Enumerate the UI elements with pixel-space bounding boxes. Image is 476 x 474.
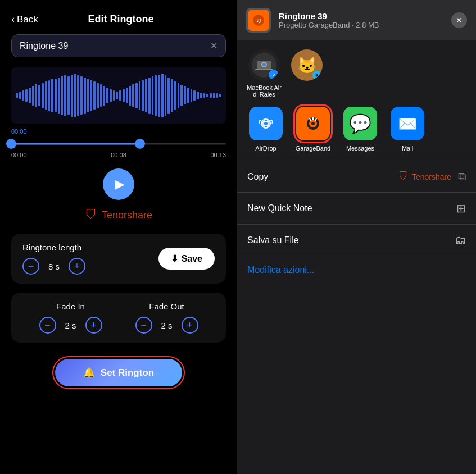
garageband-app-icon xyxy=(296,107,330,140)
waveform-bar xyxy=(213,93,215,98)
time-labels: 00:00 00:08 00:13 xyxy=(11,152,226,158)
nav-bar: ‹ Back Edit Ringtone xyxy=(11,13,226,25)
waveform-bar xyxy=(203,93,206,98)
save-button[interactable]: ⬇ Save xyxy=(158,248,215,270)
waveform-bar xyxy=(61,76,64,115)
fade-out-decrement-button[interactable]: − xyxy=(135,317,152,334)
airdrop-icon xyxy=(256,114,275,133)
waveform-bar xyxy=(184,86,186,104)
ringtone-name-input[interactable] xyxy=(20,41,210,51)
right-panel: ♫ Ringtone 39 Progetto GarageBand · 2,8 … xyxy=(237,0,476,474)
share-title: Ringtone 39 xyxy=(279,11,443,21)
tenorshare-brand-name: Tenorshare xyxy=(412,172,451,181)
waveform-bar xyxy=(132,84,134,107)
share-thumbnail: ♫ xyxy=(246,8,271,33)
svg-point-7 xyxy=(262,63,266,66)
save-files-action-row[interactable]: Salva su File 🗂 xyxy=(237,225,476,256)
app-mail[interactable]: ✉️ Mail xyxy=(388,107,427,152)
waveform-bar xyxy=(197,92,199,99)
waveform-bar xyxy=(123,89,125,102)
waveform-bar xyxy=(80,76,83,115)
waveform-bar xyxy=(180,85,183,106)
length-label: Ringtone length xyxy=(22,243,85,252)
waveform-bar xyxy=(77,75,79,116)
contact-macbook-name: MacBook Air di Rales xyxy=(246,84,282,98)
length-increment-button[interactable]: + xyxy=(69,258,85,275)
left-panel: ‹ Back Edit Ringtone ✕ 00:00 00:00 00:08… xyxy=(0,0,237,474)
back-chevron-icon: ‹ xyxy=(11,13,15,25)
left-controls: Ringtone length − 8 s + xyxy=(22,243,85,275)
waveform-bar xyxy=(22,90,25,101)
play-icon: ▶ xyxy=(115,177,125,192)
fade-out-increment-button[interactable]: + xyxy=(182,317,198,334)
app-airdrop[interactable]: AirDrop xyxy=(246,107,285,152)
set-ringtone-outer-border: 🔔 Set Rington xyxy=(52,356,185,389)
waveform-bar xyxy=(178,83,180,108)
waveform-bar xyxy=(84,78,86,114)
fade-in-counter: − 2 s + xyxy=(39,317,102,334)
fade-in-increment-button[interactable]: + xyxy=(85,317,102,334)
tenorshare-brand-icon: ⛉ xyxy=(398,171,409,183)
length-value: 8 s xyxy=(46,262,62,271)
length-decrement-button[interactable]: − xyxy=(22,258,39,275)
copy-action-row[interactable]: Copy ⛉ Tenorshare ⧉ xyxy=(237,161,476,192)
fade-in-col: Fade In − 2 s + xyxy=(39,302,102,334)
waveform-bar xyxy=(155,75,157,116)
quick-note-icon: ⊞ xyxy=(456,202,466,215)
back-button[interactable]: ‹ Back xyxy=(11,13,38,25)
fade-out-value: 2 s xyxy=(159,321,175,330)
fade-out-col: Fade Out − 2 s + xyxy=(135,302,198,334)
fade-out-label: Fade Out xyxy=(149,302,184,311)
contact-cat-avatar: 🐱 ✈ xyxy=(291,49,323,81)
slider-thumb-right[interactable] xyxy=(135,139,145,149)
waveform-bar xyxy=(193,90,196,101)
waveform-bar xyxy=(100,84,102,107)
time-start-label: 00:00 xyxy=(11,128,226,135)
length-counter-row: − 8 s + xyxy=(22,258,85,275)
waveform-container xyxy=(11,67,226,124)
waveform-bar xyxy=(74,74,76,117)
waveform-bar xyxy=(135,83,138,108)
app-messages[interactable]: 💬 Messages xyxy=(341,107,380,152)
contacts-row: ↗ MacBook Air di Rales 🐱 ✈ xyxy=(237,40,476,102)
brand-name-label: Tenorshare xyxy=(102,209,152,221)
fade-in-decrement-button[interactable]: − xyxy=(39,317,56,334)
app-garageband[interactable]: GarageBand xyxy=(293,107,333,152)
fade-out-counter: − 2 s + xyxy=(135,317,198,334)
waveform-bar xyxy=(187,88,189,103)
waveform-bar xyxy=(51,79,53,112)
timeline-slider[interactable] xyxy=(11,138,226,149)
quick-note-label: New Quick Note xyxy=(247,203,450,213)
quick-note-action-row[interactable]: New Quick Note ⊞ xyxy=(237,193,476,224)
waveform-bar xyxy=(174,81,176,110)
contact-macbook[interactable]: ↗ MacBook Air di Rales xyxy=(246,49,282,98)
messages-label: Messages xyxy=(346,145,374,152)
close-share-button[interactable]: ✕ xyxy=(451,12,467,28)
length-row: Ringtone length − 8 s + ⬇ Save xyxy=(22,243,215,275)
waveform-bar xyxy=(119,90,121,101)
svg-text:♫: ♫ xyxy=(256,16,262,25)
waveform-bar xyxy=(48,80,51,111)
play-button[interactable]: ▶ xyxy=(103,168,134,200)
waveform-bar xyxy=(71,75,73,117)
close-icon: ✕ xyxy=(456,16,463,25)
waveform-bar xyxy=(97,83,99,108)
share-info: Ringtone 39 Progetto GarageBand · 2,8 MB xyxy=(279,11,443,29)
set-ringtone-label: Set Rington xyxy=(101,367,154,379)
mail-app-icon: ✉️ xyxy=(391,107,424,140)
waveform-bar xyxy=(42,83,44,108)
set-ringtone-button[interactable]: 🔔 Set Rington xyxy=(55,359,182,386)
save-icon: ⬇ xyxy=(171,253,178,264)
waveform-bar xyxy=(25,89,28,102)
slider-thumb-left[interactable] xyxy=(6,139,16,149)
waveform-bar xyxy=(152,76,154,115)
apps-row: AirDrop GarageBand 💬 Messages ✉️ xyxy=(237,102,476,161)
waveform-bar xyxy=(210,93,212,98)
garageband-icon xyxy=(302,113,324,134)
contact-cat[interactable]: 🐱 ✈ xyxy=(290,49,324,98)
waveform-bar xyxy=(116,92,118,99)
time-label-end: 00:13 xyxy=(210,152,226,158)
modifica-link[interactable]: Modifica azioni... xyxy=(237,256,476,284)
clear-input-icon[interactable]: ✕ xyxy=(210,40,217,51)
waveform-bar xyxy=(126,88,128,103)
